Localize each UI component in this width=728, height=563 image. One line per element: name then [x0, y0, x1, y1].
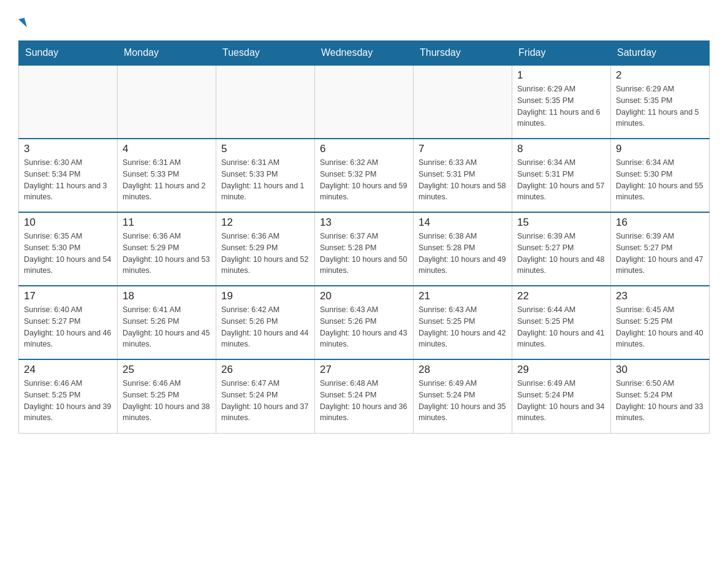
calendar-cell: 3Sunrise: 6:30 AMSunset: 5:34 PMDaylight… [19, 139, 118, 212]
day-number: 8 [517, 143, 605, 155]
cell-info: Sunrise: 6:49 AMSunset: 5:24 PMDaylight:… [419, 378, 507, 424]
calendar-day-header: Monday [118, 41, 216, 66]
calendar-cell: 6Sunrise: 6:32 AMSunset: 5:32 PMDaylight… [315, 139, 414, 212]
day-number: 25 [123, 364, 211, 376]
cell-info: Sunrise: 6:31 AMSunset: 5:33 PMDaylight:… [221, 157, 309, 203]
calendar-cell: 4Sunrise: 6:31 AMSunset: 5:33 PMDaylight… [118, 139, 216, 212]
day-number: 2 [616, 69, 704, 82]
cell-info: Sunrise: 6:39 AMSunset: 5:27 PMDaylight:… [517, 231, 605, 277]
day-number: 15 [517, 216, 605, 229]
cell-info: Sunrise: 6:36 AMSunset: 5:29 PMDaylight:… [221, 231, 309, 277]
calendar-cell [216, 65, 315, 139]
logo-arrow-icon [18, 18, 27, 29]
calendar-week-row: 1Sunrise: 6:29 AMSunset: 5:35 PMDaylight… [19, 65, 710, 139]
day-number: 5 [221, 143, 309, 155]
cell-info: Sunrise: 6:36 AMSunset: 5:29 PMDaylight:… [123, 231, 211, 277]
day-number: 22 [517, 290, 605, 302]
day-number: 6 [320, 143, 408, 155]
calendar-cell: 23Sunrise: 6:45 AMSunset: 5:25 PMDayligh… [611, 286, 710, 359]
calendar-day-header: Sunday [19, 41, 118, 66]
calendar-cell: 19Sunrise: 6:42 AMSunset: 5:26 PMDayligh… [216, 286, 315, 359]
day-number: 17 [24, 290, 112, 302]
calendar-cell: 11Sunrise: 6:36 AMSunset: 5:29 PMDayligh… [118, 212, 216, 286]
calendar-cell: 20Sunrise: 6:43 AMSunset: 5:26 PMDayligh… [315, 286, 414, 359]
calendar-day-header: Wednesday [315, 41, 414, 66]
cell-info: Sunrise: 6:35 AMSunset: 5:30 PMDaylight:… [24, 231, 112, 277]
day-number: 3 [24, 143, 112, 155]
cell-info: Sunrise: 6:34 AMSunset: 5:31 PMDaylight:… [517, 157, 605, 203]
day-number: 4 [123, 143, 211, 155]
calendar-cell: 9Sunrise: 6:34 AMSunset: 5:30 PMDaylight… [611, 139, 710, 212]
day-number: 30 [616, 364, 704, 376]
day-number: 26 [221, 364, 309, 376]
calendar-cell: 8Sunrise: 6:34 AMSunset: 5:31 PMDaylight… [512, 139, 611, 212]
calendar-cell [315, 65, 414, 139]
day-number: 13 [320, 216, 408, 229]
logo [18, 12, 26, 28]
day-number: 1 [517, 69, 605, 82]
calendar-cell [19, 65, 118, 139]
calendar-day-header: Saturday [611, 41, 710, 66]
calendar-cell: 24Sunrise: 6:46 AMSunset: 5:25 PMDayligh… [19, 359, 118, 433]
calendar-cell: 15Sunrise: 6:39 AMSunset: 5:27 PMDayligh… [512, 212, 611, 286]
calendar-cell: 22Sunrise: 6:44 AMSunset: 5:25 PMDayligh… [512, 286, 611, 359]
day-number: 12 [221, 216, 309, 229]
cell-info: Sunrise: 6:47 AMSunset: 5:24 PMDaylight:… [221, 378, 309, 424]
cell-info: Sunrise: 6:33 AMSunset: 5:31 PMDaylight:… [419, 157, 507, 203]
day-number: 11 [123, 216, 211, 229]
cell-info: Sunrise: 6:43 AMSunset: 5:25 PMDaylight:… [419, 304, 507, 350]
calendar-cell: 17Sunrise: 6:40 AMSunset: 5:27 PMDayligh… [19, 286, 118, 359]
cell-info: Sunrise: 6:37 AMSunset: 5:28 PMDaylight:… [320, 231, 408, 277]
day-number: 28 [419, 364, 507, 376]
day-number: 18 [123, 290, 211, 302]
calendar-cell: 27Sunrise: 6:48 AMSunset: 5:24 PMDayligh… [315, 359, 414, 433]
calendar-cell: 2Sunrise: 6:29 AMSunset: 5:35 PMDaylight… [611, 65, 710, 139]
day-number: 24 [24, 364, 112, 376]
day-number: 14 [419, 216, 507, 229]
cell-info: Sunrise: 6:29 AMSunset: 5:35 PMDaylight:… [616, 83, 704, 129]
day-number: 20 [320, 290, 408, 302]
calendar-cell: 5Sunrise: 6:31 AMSunset: 5:33 PMDaylight… [216, 139, 315, 212]
calendar-cell: 13Sunrise: 6:37 AMSunset: 5:28 PMDayligh… [315, 212, 414, 286]
day-number: 27 [320, 364, 408, 376]
calendar-day-header: Thursday [414, 41, 512, 66]
day-number: 29 [517, 364, 605, 376]
calendar-cell: 7Sunrise: 6:33 AMSunset: 5:31 PMDaylight… [414, 139, 512, 212]
calendar-week-row: 17Sunrise: 6:40 AMSunset: 5:27 PMDayligh… [19, 286, 710, 359]
calendar-cell [118, 65, 216, 139]
calendar-cell: 10Sunrise: 6:35 AMSunset: 5:30 PMDayligh… [19, 212, 118, 286]
day-number: 16 [616, 216, 704, 229]
calendar-cell [414, 65, 512, 139]
cell-info: Sunrise: 6:50 AMSunset: 5:24 PMDaylight:… [616, 378, 704, 424]
calendar-cell: 21Sunrise: 6:43 AMSunset: 5:25 PMDayligh… [414, 286, 512, 359]
cell-info: Sunrise: 6:46 AMSunset: 5:25 PMDaylight:… [24, 378, 112, 424]
cell-info: Sunrise: 6:49 AMSunset: 5:24 PMDaylight:… [517, 378, 605, 424]
calendar-cell: 26Sunrise: 6:47 AMSunset: 5:24 PMDayligh… [216, 359, 315, 433]
cell-info: Sunrise: 6:44 AMSunset: 5:25 PMDaylight:… [517, 304, 605, 350]
day-number: 10 [24, 216, 112, 229]
calendar-week-row: 24Sunrise: 6:46 AMSunset: 5:25 PMDayligh… [19, 359, 710, 433]
calendar-cell: 1Sunrise: 6:29 AMSunset: 5:35 PMDaylight… [512, 65, 611, 139]
calendar-cell: 28Sunrise: 6:49 AMSunset: 5:24 PMDayligh… [414, 359, 512, 433]
calendar-cell: 12Sunrise: 6:36 AMSunset: 5:29 PMDayligh… [216, 212, 315, 286]
cell-info: Sunrise: 6:42 AMSunset: 5:26 PMDaylight:… [221, 304, 309, 350]
day-number: 9 [616, 143, 704, 155]
cell-info: Sunrise: 6:43 AMSunset: 5:26 PMDaylight:… [320, 304, 408, 350]
cell-info: Sunrise: 6:34 AMSunset: 5:30 PMDaylight:… [616, 157, 704, 203]
calendar-cell: 25Sunrise: 6:46 AMSunset: 5:25 PMDayligh… [118, 359, 216, 433]
cell-info: Sunrise: 6:40 AMSunset: 5:27 PMDaylight:… [24, 304, 112, 350]
cell-info: Sunrise: 6:32 AMSunset: 5:32 PMDaylight:… [320, 157, 408, 203]
cell-info: Sunrise: 6:30 AMSunset: 5:34 PMDaylight:… [24, 157, 112, 203]
cell-info: Sunrise: 6:29 AMSunset: 5:35 PMDaylight:… [517, 83, 605, 129]
calendar-day-header: Friday [512, 41, 611, 66]
day-number: 21 [419, 290, 507, 302]
cell-info: Sunrise: 6:46 AMSunset: 5:25 PMDaylight:… [123, 378, 211, 424]
calendar-table: SundayMondayTuesdayWednesdayThursdayFrid… [18, 40, 710, 434]
day-number: 23 [616, 290, 704, 302]
cell-info: Sunrise: 6:48 AMSunset: 5:24 PMDaylight:… [320, 378, 408, 424]
calendar-cell: 30Sunrise: 6:50 AMSunset: 5:24 PMDayligh… [611, 359, 710, 433]
calendar-cell: 16Sunrise: 6:39 AMSunset: 5:27 PMDayligh… [611, 212, 710, 286]
calendar-week-row: 3Sunrise: 6:30 AMSunset: 5:34 PMDaylight… [19, 139, 710, 212]
cell-info: Sunrise: 6:38 AMSunset: 5:28 PMDaylight:… [419, 231, 507, 277]
day-number: 7 [419, 143, 507, 155]
